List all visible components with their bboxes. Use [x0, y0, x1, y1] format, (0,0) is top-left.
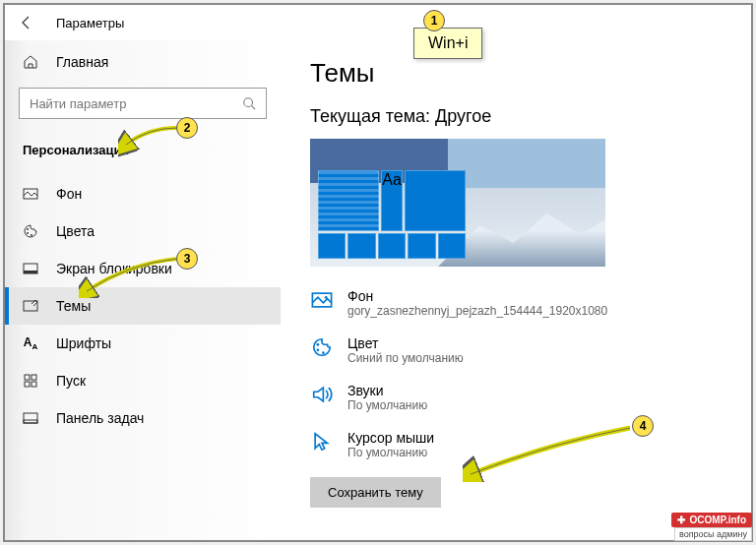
theme-setting-background[interactable]: Фон gory_zasnezhennyj_pejzazh_154444_192… — [310, 288, 722, 318]
sidebar-item-fonts[interactable]: AA Шрифты — [5, 325, 281, 362]
back-arrow-icon — [19, 15, 34, 30]
setting-value: Синий по умолчанию — [347, 351, 464, 365]
preview-sample-text: Aa — [381, 170, 403, 231]
titlebar: Параметры — [5, 5, 751, 40]
svg-point-15 — [325, 296, 328, 299]
theme-setting-sounds[interactable]: Звуки По умолчанию — [310, 383, 722, 412]
themes-icon — [23, 298, 38, 314]
svg-point-0 — [244, 98, 253, 107]
svg-rect-11 — [32, 382, 36, 387]
sidebar-item-label: Пуск — [56, 373, 86, 389]
svg-point-4 — [31, 234, 32, 236]
svg-rect-13 — [24, 420, 37, 423]
plus-icon: ✚ — [677, 515, 685, 525]
start-icon — [23, 373, 38, 389]
svg-point-2 — [27, 228, 29, 230]
callout-box-1: Win+i — [413, 28, 482, 59]
svg-point-18 — [322, 351, 325, 354]
theme-setting-color[interactable]: Цвет Синий по умолчанию — [310, 335, 722, 365]
svg-rect-8 — [25, 375, 30, 380]
callout-badge-2: 2 — [176, 117, 198, 139]
current-theme-label: Текущая тема: Другое — [310, 106, 722, 127]
sidebar: Главная Найти параметр Персонализация Фо… — [5, 40, 281, 540]
callout-badge-1: 1 — [423, 10, 445, 31]
sidebar-item-label: Шрифты — [56, 335, 111, 351]
svg-rect-12 — [24, 413, 37, 423]
lockscreen-icon — [23, 261, 38, 276]
search-placeholder: Найти параметр — [30, 96, 126, 111]
svg-rect-9 — [32, 375, 36, 380]
home-button[interactable]: Главная — [5, 46, 281, 78]
sidebar-item-label: Темы — [56, 298, 91, 314]
content-area: Главная Найти параметр Персонализация Фо… — [5, 40, 751, 540]
setting-title: Цвет — [347, 335, 464, 351]
sidebar-item-lockscreen[interactable]: Экран блокировки — [5, 250, 281, 287]
cursor-icon — [310, 430, 334, 454]
section-label: Персонализация — [5, 133, 281, 167]
sidebar-item-label: Экран блокировки — [56, 261, 172, 276]
setting-value: По умолчанию — [347, 446, 434, 459]
callout-badge-4: 4 — [632, 415, 654, 437]
search-input[interactable]: Найти параметр — [19, 88, 267, 119]
sidebar-item-label: Панель задач — [56, 410, 144, 426]
page-title: Темы — [310, 58, 722, 89]
palette-icon — [310, 335, 334, 359]
svg-point-16 — [317, 343, 320, 346]
svg-rect-6 — [24, 271, 37, 273]
svg-point-17 — [317, 348, 320, 351]
home-icon — [23, 54, 38, 70]
back-button[interactable] — [15, 11, 38, 34]
sidebar-item-label: Фон — [56, 186, 82, 202]
picture-icon — [310, 288, 334, 312]
setting-value: По умолчанию — [347, 398, 427, 412]
save-theme-button[interactable]: Сохранить тему — [310, 477, 441, 508]
sidebar-item-start[interactable]: Пуск — [5, 362, 281, 399]
svg-rect-10 — [25, 382, 30, 387]
window-title: Параметры — [56, 16, 124, 30]
callout-badge-3: 3 — [176, 248, 198, 270]
sidebar-item-background[interactable]: Фон — [5, 175, 281, 212]
main-panel: Темы Текущая тема: Другое Aa Фон — [281, 40, 751, 540]
taskbar-icon — [23, 410, 38, 426]
fonts-icon: AA — [23, 335, 38, 351]
search-icon — [242, 96, 256, 110]
setting-title: Курсор мыши — [347, 430, 434, 446]
palette-icon — [23, 223, 38, 239]
settings-window: Параметры Главная Найти параметр Персона… — [3, 3, 753, 542]
setting-title: Звуки — [347, 383, 427, 398]
setting-value: gory_zasnezhennyj_pejzazh_154444_1920x10… — [347, 304, 607, 318]
theme-setting-cursor[interactable]: Курсор мыши По умолчанию — [310, 430, 722, 459]
svg-rect-7 — [24, 301, 37, 311]
nav-list: Фон Цвета Экран блокировки Темы AA Шрифт… — [5, 175, 281, 437]
setting-title: Фон — [347, 288, 607, 304]
watermark-brand: OCOMP.info — [689, 515, 746, 525]
sidebar-item-label: Цвета — [56, 223, 94, 239]
sidebar-item-colors[interactable]: Цвета — [5, 212, 281, 250]
sidebar-item-taskbar[interactable]: Панель задач — [5, 399, 281, 437]
home-label: Главная — [56, 54, 108, 70]
sidebar-item-themes[interactable]: Темы — [5, 287, 281, 325]
watermark-tagline: вопросы админу — [674, 527, 752, 541]
watermark: ✚OCOMP.info вопросы админу — [671, 513, 752, 541]
theme-preview[interactable]: Aa — [310, 139, 605, 267]
sound-icon — [310, 383, 334, 406]
picture-icon — [23, 186, 38, 202]
svg-point-3 — [27, 232, 29, 234]
